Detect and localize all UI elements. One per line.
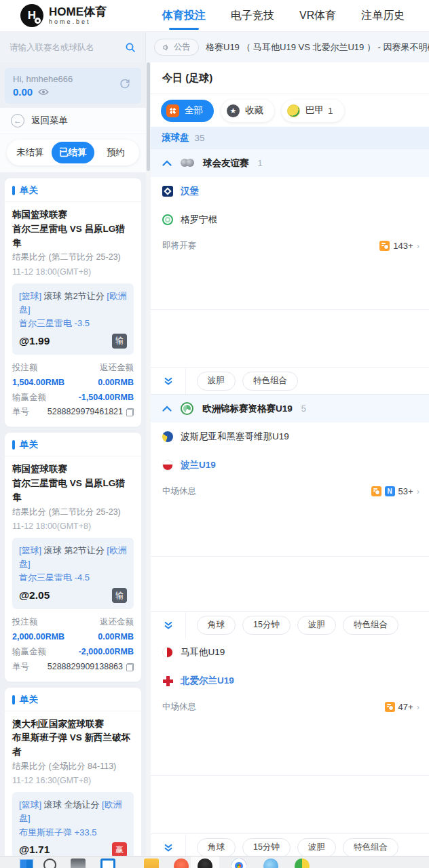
- ticket-label: 单号: [12, 405, 29, 420]
- filter-league-bra[interactable]: 巴甲 1: [282, 100, 344, 122]
- league-section-header[interactable]: 欧洲锦标赛资格赛U19 5: [151, 394, 429, 422]
- market-pill[interactable]: 波胆: [297, 616, 336, 635]
- outcome-badge: 输: [112, 588, 127, 603]
- back-to-menu[interactable]: ← 返回菜单: [0, 108, 146, 134]
- back-label: 返回菜单: [31, 115, 68, 127]
- windows-start-icon[interactable]: [19, 859, 34, 868]
- team-row-away[interactable]: 北爱尔兰U19: [151, 667, 429, 695]
- task-view-icon[interactable]: [71, 859, 86, 868]
- market-pill[interactable]: 角球: [197, 616, 236, 635]
- bet-time: 11-12 18:00(GMT+8): [12, 265, 134, 279]
- sidebar-scrollbar[interactable]: [146, 62, 151, 868]
- app-icon-red[interactable]: [174, 859, 189, 868]
- announcement-badge: 公告: [154, 39, 199, 56]
- match-status: 中场休息: [162, 701, 196, 713]
- market-pill[interactable]: 特色组合: [343, 838, 398, 857]
- outcome-badge: 赢: [112, 842, 127, 857]
- filter-label: 收藏: [245, 104, 263, 117]
- markets-icon: [385, 702, 395, 712]
- map-app-icon[interactable]: [295, 859, 310, 868]
- chevron-right-icon: ›: [417, 241, 419, 251]
- file-explorer-icon[interactable]: [100, 859, 115, 868]
- market-pill[interactable]: 15分钟: [242, 616, 291, 635]
- page-title: 今日 (足球): [151, 62, 429, 94]
- megaphone-icon: [162, 43, 170, 52]
- chrome-icon[interactable]: [231, 859, 246, 868]
- filter-count: 1: [328, 106, 333, 116]
- outcome-badge: 输: [112, 334, 127, 349]
- taskbar-search-icon[interactable]: [43, 859, 56, 868]
- nav-item-esports[interactable]: 电子竞技: [231, 1, 274, 31]
- bet-league: 韩国篮球联赛: [12, 208, 134, 222]
- team-row-home[interactable]: 马耳他U19: [151, 638, 429, 667]
- more-markets[interactable]: 143+ ›: [379, 241, 419, 251]
- tab-reserved[interactable]: 预约: [94, 142, 137, 163]
- team-row-away[interactable]: 波兰U19: [151, 451, 429, 479]
- bet-card[interactable]: 单关 澳大利亚国家篮球联赛 布里斯班子弹 VS 新西兰破坏者 结果比分 (全场比…: [5, 688, 141, 868]
- match-status: 中场休息: [162, 486, 196, 497]
- nav-item-sports[interactable]: 体育投注: [162, 1, 206, 31]
- match-footer-row: 角球 15分钟 波胆 特色组合: [151, 611, 429, 638]
- copy-icon[interactable]: [126, 663, 134, 671]
- team-row-away[interactable]: 格罗宁根: [151, 205, 429, 234]
- brand-logo[interactable]: H HOME体育 home.bet: [0, 4, 146, 27]
- announcement-bar: 公告 格赛U19 （ 马耳他U19 VS 北爱尔兰U19 ） - 因赛果不明确，…: [146, 32, 429, 62]
- tab-settled[interactable]: 已结算: [52, 142, 94, 163]
- folder-icon[interactable]: [144, 859, 159, 868]
- stake-label: 投注额: [12, 361, 38, 376]
- eye-icon[interactable]: [38, 88, 49, 96]
- balance-amount: 0.00: [13, 86, 33, 98]
- chevron-right-icon: ›: [417, 702, 419, 712]
- team-name: 波兰U19: [181, 459, 216, 471]
- match-status-row: 中场休息 47+ ›: [151, 695, 429, 718]
- nav-item-vr[interactable]: VR体育: [299, 1, 336, 31]
- nav-item-history[interactable]: 注单历史: [361, 1, 405, 31]
- more-markets[interactable]: N 53+ ›: [371, 486, 419, 496]
- market-pill[interactable]: 特色组合: [242, 372, 298, 391]
- team-row-home[interactable]: 波斯尼亚和黑塞哥维那U19: [151, 422, 429, 451]
- market-pill[interactable]: 波胆: [297, 838, 336, 857]
- filter-label: 巴甲: [305, 104, 324, 117]
- copy-icon[interactable]: [126, 408, 134, 416]
- market-name: 滚球 全场让分: [44, 800, 100, 810]
- markets-icon: [371, 486, 381, 496]
- league-section-header[interactable]: 球会友谊赛 1: [151, 149, 429, 177]
- tab-unsettled[interactable]: 未结算: [9, 142, 52, 163]
- chevron-right-icon: ›: [417, 486, 419, 496]
- more-markets[interactable]: 47+ ›: [385, 702, 419, 712]
- market-pill[interactable]: 15分钟: [242, 838, 291, 857]
- search-input[interactable]: [10, 43, 119, 52]
- odds-area: [151, 557, 429, 611]
- league-filter-row: 全部 ★ 收藏 巴甲 1: [151, 94, 429, 127]
- brand-subtitle: home.bet: [49, 18, 107, 25]
- search-icon[interactable]: [125, 42, 136, 53]
- expand-markets-toggle[interactable]: [151, 368, 186, 394]
- league-name: 欧洲锦标赛资格赛U19: [202, 403, 293, 415]
- team-row-home[interactable]: 汉堡: [151, 177, 429, 205]
- accent-bar: [12, 186, 15, 195]
- winloss-label: 输赢金额: [12, 391, 46, 406]
- team-name: 汉堡: [181, 185, 199, 197]
- bet-detail-box: [篮球] 滚球 全场让分 [欧洲盘] 布里斯班子弹 +33.5 @1.71 赢: [12, 792, 134, 863]
- user-greeting: Hi, hmhehe666: [13, 74, 133, 84]
- market-type-header[interactable]: 滚球盘 35: [151, 127, 429, 149]
- market-pill[interactable]: 波胆: [197, 372, 236, 391]
- refresh-icon[interactable]: [118, 77, 132, 91]
- filter-label: 全部: [185, 104, 203, 117]
- market-pill[interactable]: 角球: [197, 838, 236, 857]
- filter-all[interactable]: 全部: [161, 100, 214, 122]
- expand-markets-toggle[interactable]: [151, 612, 186, 638]
- league-logo-icon: [181, 402, 193, 415]
- accent-bar: [12, 695, 15, 705]
- filter-favorites[interactable]: ★ 收藏: [221, 100, 274, 122]
- bet-selection: 布里斯班子弹 +33.5: [19, 826, 127, 840]
- bet-card[interactable]: 单关 韩国篮球联赛 首尔三星雷电 VS 昌原LG猎隼 结果比分 (第二节比分 2…: [5, 433, 141, 681]
- market-pill[interactable]: 特色组合: [343, 616, 398, 635]
- bet-card[interactable]: 单关 韩国篮球联赛 首尔三星雷电 VS 昌原LG猎隼 结果比分 (第二节比分 2…: [5, 178, 141, 427]
- bet-time: 11-12 18:00(GMT+8): [12, 519, 134, 533]
- scrollbar-thumb[interactable]: [147, 62, 150, 171]
- cloud-app-icon[interactable]: [263, 859, 278, 868]
- market-type-count: 35: [195, 133, 205, 143]
- bet-odds: @2.05: [19, 589, 50, 601]
- sport-tag: [篮球]: [19, 291, 41, 301]
